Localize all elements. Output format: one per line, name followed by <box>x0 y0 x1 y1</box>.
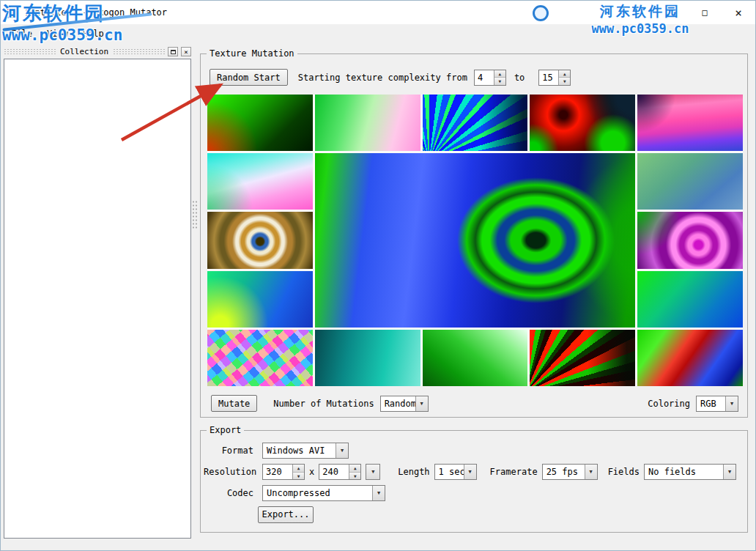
export-resolution-row: Resolution 320 ▲ ▼ x 240 ▲ ▼ ▼ Length 1 … <box>201 464 747 480</box>
texture-thumbnail-15[interactable] <box>530 330 635 386</box>
complexity-to-value[interactable]: 15 <box>539 70 558 85</box>
menu-file[interactable]: File <box>4 26 40 41</box>
resolution-width-value[interactable]: 320 <box>263 465 292 479</box>
chevron-down-icon: ▼ <box>336 443 348 458</box>
export-button-row: Export... <box>201 506 747 522</box>
texture-thumbnail-6[interactable] <box>207 153 313 210</box>
minimize-button[interactable]: – <box>654 1 688 24</box>
resolution-label: Resolution <box>204 467 253 477</box>
format-combobox[interactable]: Windows AVI ▼ <box>262 443 349 459</box>
mutate-button[interactable]: Mutate <box>211 395 257 412</box>
coloring-label: Coloring <box>648 399 690 409</box>
collection-list[interactable] <box>4 59 191 539</box>
complexity-to-down-button[interactable]: ▼ <box>559 78 570 85</box>
texture-mutation-bottomrow: Mutate Number of Mutations Random ▼ Colo… <box>211 395 738 412</box>
resolution-width-down-button[interactable]: ▼ <box>293 473 304 480</box>
texture-mutation-group-title: Texture Mutation <box>207 48 297 59</box>
chevron-down-icon: ▼ <box>723 465 735 479</box>
fields-value: No fields <box>645 465 723 479</box>
dock-close-button[interactable]: × <box>181 47 191 56</box>
texture-thumbnail-3[interactable] <box>423 95 528 151</box>
app-window: [Untitled] - Axogon Mutator – □ × File V… <box>0 0 756 551</box>
to-label: to <box>514 73 525 83</box>
codec-label: Codec <box>204 488 253 498</box>
export-group: Export Format Windows AVI ▼ Resolution 3… <box>200 430 748 533</box>
texture-thumbnail-4[interactable] <box>530 95 635 151</box>
format-value: Windows AVI <box>263 443 336 458</box>
texture-thumbnail-8[interactable] <box>207 271 313 328</box>
resolution-height-up-button[interactable]: ▲ <box>349 465 360 473</box>
texture-thumbnail-13[interactable] <box>315 330 420 386</box>
complexity-from-down-button[interactable]: ▼ <box>494 78 505 85</box>
maximize-button[interactable]: □ <box>688 1 722 24</box>
texture-thumbnail-7[interactable] <box>207 212 313 268</box>
minimize-icon: – <box>667 6 674 19</box>
export-codec-row: Codec Uncompressed ▼ <box>201 485 747 501</box>
texture-thumbnail-10[interactable] <box>637 212 743 268</box>
format-label: Format <box>204 445 253 456</box>
resolution-height-value[interactable]: 240 <box>319 465 349 479</box>
coloring-combobox[interactable]: RGB ▼ <box>696 396 738 412</box>
texture-thumbnail-9[interactable] <box>637 153 743 210</box>
window-controls: – □ × <box>654 1 755 24</box>
length-combobox[interactable]: 1 sec ▼ <box>434 464 477 480</box>
coloring-value: RGB <box>697 396 725 411</box>
framerate-combobox[interactable]: 25 fps ▼ <box>542 464 598 480</box>
texture-thumbnail-2[interactable] <box>315 95 420 151</box>
texture-thumbnail-5[interactable] <box>637 95 743 151</box>
spin-up-icon: ▲ <box>297 465 300 470</box>
resolution-height-down-button[interactable]: ▼ <box>349 473 360 480</box>
texture-thumbnail-11[interactable] <box>637 271 743 328</box>
complexity-from-up-button[interactable]: ▲ <box>494 70 505 78</box>
texture-thumbnail-14[interactable] <box>423 330 528 386</box>
texture-grid <box>207 95 743 386</box>
panel-splitter-handle[interactable] <box>192 200 197 229</box>
codec-combobox[interactable]: Uncompressed ▼ <box>262 485 385 501</box>
menu-view[interactable]: View <box>40 26 75 41</box>
texture-preview-large[interactable] <box>315 153 635 328</box>
menu-help[interactable]: Help <box>75 26 111 41</box>
close-icon: × <box>735 6 742 20</box>
spin-down-icon: ▼ <box>297 473 300 478</box>
complexity-from-value[interactable]: 4 <box>475 70 494 85</box>
chevron-down-icon: ▼ <box>725 396 738 411</box>
export-button[interactable]: Export... <box>258 506 314 523</box>
chevron-down-icon: ▼ <box>372 486 385 500</box>
export-format-row: Format Windows AVI ▼ <box>201 443 747 459</box>
spin-down-icon: ▼ <box>354 473 357 478</box>
complexity-label: Starting texture complexity from <box>298 73 467 83</box>
length-value: 1 sec <box>435 465 464 479</box>
spin-down-icon: ▼ <box>499 78 502 84</box>
resolution-height-spinbox: 240 ▲ ▼ <box>319 464 361 480</box>
complexity-to-up-button[interactable]: ▲ <box>559 70 570 78</box>
texture-thumbnail-1[interactable] <box>207 95 313 151</box>
spin-up-icon: ▲ <box>499 71 502 76</box>
texture-thumbnail-16[interactable] <box>637 330 743 386</box>
resolution-width-spinbox: 320 ▲ ▼ <box>262 464 305 480</box>
collection-panel-titlebar[interactable]: Collection × <box>4 46 191 57</box>
mutations-label: Number of Mutations <box>273 399 374 409</box>
dock-close-icon: × <box>184 48 188 56</box>
dock-float-button[interactable] <box>168 47 178 56</box>
maximize-icon: □ <box>702 7 707 18</box>
framerate-label: Framerate <box>490 467 538 477</box>
menu-bar: File View Help <box>1 24 755 42</box>
chevron-down-icon: ▼ <box>371 469 374 475</box>
resolution-width-up-button[interactable]: ▲ <box>293 465 304 473</box>
window-title: [Untitled] - Axogon Mutator <box>24 7 167 18</box>
texture-thumbnail-12[interactable] <box>207 330 313 386</box>
close-button[interactable]: × <box>722 1 755 24</box>
resolution-preset-dropdown[interactable]: ▼ <box>366 464 380 480</box>
float-icon <box>171 50 176 54</box>
complexity-from-spinbox: 4 ▲ ▼ <box>474 70 506 86</box>
spin-up-icon: ▲ <box>563 71 566 76</box>
resolution-x-label: x <box>309 467 314 477</box>
texture-mutation-toprow: Random Start Starting texture complexity… <box>210 69 747 86</box>
random-start-button[interactable]: Random Start <box>210 69 288 86</box>
spin-up-icon: ▲ <box>354 465 357 470</box>
framerate-value: 25 fps <box>543 465 585 479</box>
chevron-down-icon: ▼ <box>464 465 476 479</box>
fields-combobox[interactable]: No fields ▼ <box>644 464 736 480</box>
export-group-title: Export <box>207 425 244 435</box>
mutations-combobox[interactable]: Random ▼ <box>380 396 429 412</box>
